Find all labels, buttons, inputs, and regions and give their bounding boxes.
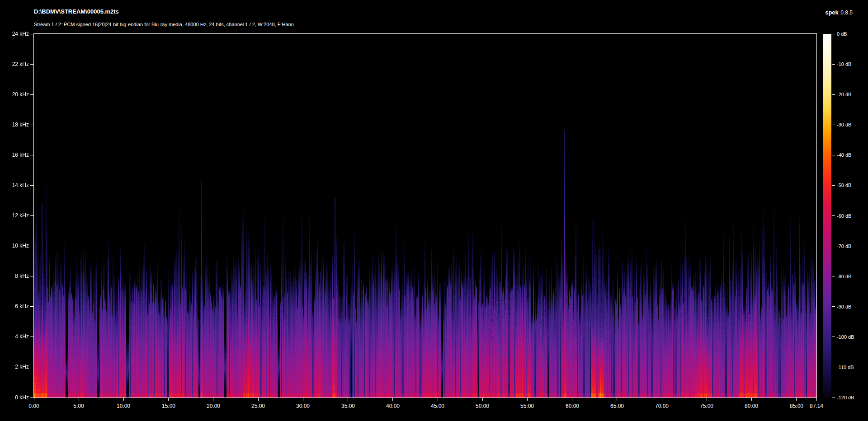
time-tick: [816, 398, 817, 401]
db-tick: [832, 125, 835, 125]
db-tick: [832, 276, 835, 276]
time-tick: [482, 398, 483, 401]
db-tick: [832, 34, 835, 34]
time-tick: [662, 398, 662, 401]
time-tick-label: 10:00: [109, 403, 138, 410]
time-tick-label: 40:00: [378, 403, 407, 410]
db-tick: [832, 215, 835, 216]
db-tick-label: -30 dB: [837, 122, 851, 128]
time-tick-label: 50:00: [468, 403, 497, 410]
db-tick-label: -70 dB: [837, 243, 851, 249]
file-path-title: D:\BDMV\STREAM\00005.m2ts: [34, 8, 119, 15]
freq-tick-label: 24 kHz: [0, 31, 29, 37]
freq-tick: [30, 185, 34, 186]
db-tick: [832, 306, 835, 307]
spek-window: D:\BDMV\STREAM\00005.m2ts Stream 1 / 2: …: [0, 0, 868, 421]
freq-tick-label: 12 kHz: [0, 212, 29, 219]
time-tick: [213, 398, 213, 401]
time-tick-label: 20:00: [199, 403, 228, 410]
db-tick: [832, 246, 835, 246]
db-tick-label: -50 dB: [837, 182, 851, 188]
freq-tick-label: 4 kHz: [0, 333, 29, 340]
app-version: 0.8.5: [840, 9, 853, 16]
time-tick-label: 80:00: [737, 403, 766, 410]
freq-tick-label: 20 kHz: [0, 91, 29, 98]
time-tick: [168, 398, 169, 401]
freq-tick-label: 16 kHz: [0, 152, 29, 159]
freq-tick: [30, 367, 34, 367]
time-tick-label: 25:00: [244, 403, 273, 410]
spectrogram-canvas: [34, 34, 816, 398]
time-tick: [707, 398, 707, 401]
db-tick-label: 0 dB: [837, 31, 847, 37]
stream-info-text: Stream 1 / 2: PCM signed 16|20|24-bit bi…: [34, 22, 294, 27]
freq-tick: [30, 215, 34, 216]
db-tick-label: -90 dB: [837, 304, 851, 310]
time-tick: [392, 398, 393, 401]
time-tick-label: 30:00: [288, 403, 317, 410]
db-tick-label: -120 dB: [837, 394, 854, 401]
db-tick-label: -10 dB: [837, 61, 851, 67]
time-tick: [79, 398, 79, 401]
freq-tick: [30, 337, 34, 337]
db-tick: [832, 64, 835, 65]
freq-tick: [30, 34, 34, 34]
freq-tick-label: 2 kHz: [0, 364, 29, 370]
db-tick: [832, 94, 835, 95]
time-tick-label: 60:00: [558, 403, 587, 410]
time-tick: [617, 398, 617, 401]
time-tick: [34, 398, 34, 401]
time-tick: [123, 398, 124, 401]
time-tick-label: 75:00: [692, 403, 721, 410]
freq-tick: [30, 306, 34, 307]
freq-tick-label: 8 kHz: [0, 273, 29, 280]
time-tick: [438, 398, 438, 401]
freq-tick: [30, 125, 34, 125]
time-tick: [796, 398, 797, 401]
app-name: spek: [825, 9, 839, 16]
time-tick: [303, 398, 303, 401]
time-tick-label: 55:00: [513, 403, 542, 410]
freq-tick: [30, 94, 34, 95]
app-badge: spek 0.8.5: [825, 8, 853, 16]
freq-tick: [30, 276, 34, 276]
time-tick-label: 35:00: [334, 403, 363, 410]
time-tick: [572, 398, 572, 401]
time-tick-label: 5:00: [64, 403, 93, 410]
freq-tick-label: 14 kHz: [0, 182, 29, 189]
time-tick-label: 87:14: [802, 403, 831, 410]
freq-tick-label: 0 kHz: [0, 394, 29, 401]
db-tick: [832, 155, 835, 155]
time-tick-label: 45:00: [423, 403, 452, 410]
db-tick: [832, 185, 835, 186]
db-tick: [832, 367, 835, 367]
freq-tick-label: 22 kHz: [0, 61, 29, 68]
freq-tick: [30, 64, 34, 65]
freq-tick: [30, 246, 34, 246]
time-tick-label: 70:00: [647, 403, 676, 410]
db-tick-label: -60 dB: [837, 213, 851, 219]
time-tick-label: 0:00: [19, 403, 48, 410]
freq-tick-label: 10 kHz: [0, 243, 29, 249]
time-tick: [527, 398, 528, 401]
time-tick: [258, 398, 259, 401]
db-tick-label: -20 dB: [837, 91, 851, 98]
colorbar-legend: [823, 34, 831, 398]
time-tick: [751, 398, 752, 401]
time-tick-label: 65:00: [603, 403, 632, 410]
db-tick-label: -100 dB: [837, 334, 854, 340]
time-tick: [348, 398, 348, 401]
db-tick-label: -110 dB: [837, 364, 854, 370]
freq-tick-label: 18 kHz: [0, 122, 29, 128]
db-tick-label: -40 dB: [837, 152, 851, 158]
freq-tick: [30, 155, 34, 155]
db-tick: [832, 398, 835, 398]
db-tick: [832, 337, 835, 337]
freq-tick-label: 6 kHz: [0, 303, 29, 310]
db-tick-label: -80 dB: [837, 273, 851, 280]
time-tick-label: 15:00: [154, 403, 183, 410]
